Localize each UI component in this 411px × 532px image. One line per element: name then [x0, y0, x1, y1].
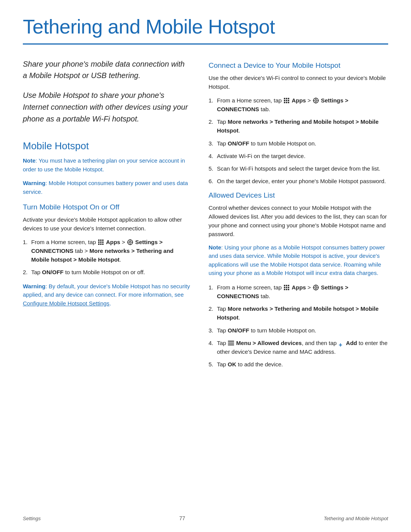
- allowed-step-1-text: From a Home screen, tap App: [217, 284, 348, 299]
- apps-icon-2: [284, 97, 290, 104]
- connect-steps-list: 1. From a Home screen, tap: [209, 96, 388, 186]
- svg-rect-41: [315, 284, 316, 286]
- svg-rect-21: [284, 102, 285, 103]
- connect-step-2-text: Tap More networks > Tethering and Mobile…: [217, 118, 379, 134]
- connect-step-1: 1. From a Home screen, tap: [209, 96, 388, 114]
- settings-connections-label-3: Settings > CONNECTIONS: [217, 284, 348, 299]
- svg-rect-3: [98, 241, 100, 243]
- allowed-step-1: 1. From a Home screen, tap: [209, 283, 388, 301]
- apps-label-3: Apps: [292, 284, 306, 291]
- onoff-label-2: ON/OFF: [228, 140, 249, 147]
- connect-step-num-4: 4.: [209, 152, 213, 160]
- menu-icon: [228, 340, 234, 346]
- allowed-step-2-text: Tap More networks > Tethering and Mobile…: [217, 305, 379, 321]
- apps-icon-3: [284, 284, 290, 291]
- footer: Settings 77 Tethering and Mobile Hotspot: [23, 515, 388, 521]
- more-networks-label-3: More networks > Tethering and Mobile hot…: [217, 305, 379, 321]
- connect-device-heading: Connect a Device to Your Mobile Hotspot: [209, 61, 388, 70]
- connect-step-3: 3. Tap ON/OFF to turn Mobile Hotspot on.: [209, 139, 388, 148]
- connect-step-num-5: 5.: [209, 164, 213, 173]
- left-column: Share your phone's mobile data connectio…: [23, 58, 190, 374]
- note1: Note: You must have a tethering plan on …: [23, 157, 190, 174]
- right-column: Connect a Device to Your Mobile Hotspot …: [209, 58, 388, 374]
- svg-point-25: [315, 99, 317, 101]
- connect-step-4-text: Activate Wi-Fi on the target device.: [217, 153, 306, 159]
- apps-label-2: Apps: [292, 97, 306, 104]
- connect-step-6: 6. On the target device, enter your phon…: [209, 177, 388, 185]
- note2: Note: Using your phone as a Mobile Hotsp…: [209, 243, 388, 278]
- more-networks-label-2: More networks > Tethering and Mobile hot…: [217, 118, 379, 134]
- step-num-2: 2.: [23, 268, 28, 276]
- footer-left: Settings: [23, 516, 41, 521]
- svg-rect-5: [102, 241, 104, 243]
- svg-point-40: [315, 286, 317, 288]
- warning1-label: Warning: [23, 180, 45, 186]
- allowed-step-num-4: 4.: [209, 339, 213, 347]
- connect-step-2: 2. Tap More networks > Tethering and Mob…: [209, 117, 388, 135]
- svg-rect-6: [98, 243, 100, 245]
- add-label: Add: [346, 340, 357, 346]
- allowed-step-num-3: 3.: [209, 326, 213, 335]
- turn-hotspot-heading: Turn Mobile Hotspot On or Off: [23, 203, 190, 211]
- allowed-step-num-5: 5.: [209, 360, 213, 369]
- svg-rect-33: [284, 287, 285, 288]
- svg-rect-16: [286, 98, 287, 99]
- note1-label: Note: [23, 157, 35, 164]
- page-title: Tethering and Mobile Hotspot: [23, 15, 388, 45]
- svg-rect-36: [284, 289, 285, 290]
- turn-step-2-text: Tap ON/OFF to turn Mobile Hotspot on or …: [31, 269, 145, 275]
- svg-rect-19: [286, 100, 287, 101]
- allowed-step-5: 5. Tap OK to add the device.: [209, 360, 388, 369]
- svg-rect-17: [288, 98, 290, 99]
- connect-step-5: 5. Scan for Wi-Fi hotspots and select th…: [209, 164, 388, 173]
- connect-step-1-text: From a Home screen, tap App: [217, 97, 348, 112]
- onoff-label-3: ON/OFF: [228, 327, 249, 334]
- allowed-devices-heading: Allowed Devices List: [209, 191, 388, 200]
- svg-rect-42: [315, 289, 316, 290]
- turn-hotspot-body: Activate your device's Mobile Hotspot ap…: [23, 215, 190, 233]
- settings-icon: [127, 239, 133, 245]
- mobile-hotspot-heading: Mobile Hotspot: [23, 140, 190, 152]
- svg-rect-47: [228, 344, 234, 345]
- intro-text-2: Use Mobile Hotspot to share your phone's…: [23, 89, 190, 125]
- svg-rect-8: [102, 243, 104, 245]
- svg-rect-34: [286, 287, 287, 288]
- note2-label: Note: [209, 244, 221, 251]
- configure-link[interactable]: Configure Mobile Hotspot Settings: [23, 300, 110, 307]
- svg-rect-11: [130, 239, 131, 240]
- svg-rect-15: [284, 98, 285, 99]
- connect-step-6-text: On the target device, enter your phone's…: [217, 178, 386, 184]
- svg-rect-18: [284, 100, 285, 101]
- svg-rect-13: [127, 242, 129, 243]
- settings-icon-3: [313, 284, 319, 291]
- connect-step-4: 4. Activate Wi-Fi on the target device.: [209, 152, 388, 160]
- connect-step-3-text: Tap ON/OFF to turn Mobile Hotspot on.: [217, 140, 316, 147]
- connect-step-num-1: 1.: [209, 96, 213, 105]
- svg-rect-29: [318, 100, 319, 101]
- svg-rect-43: [313, 287, 314, 288]
- note1-text: : You must have a tethering plan on your…: [23, 157, 185, 173]
- svg-rect-26: [315, 97, 316, 99]
- svg-rect-46: [228, 342, 234, 343]
- warning2-label: Warning: [23, 283, 45, 289]
- allowed-step-4: 4. Tap Menu > Allowed devices, and then …: [209, 339, 388, 356]
- warning2: Warning: By default, your device's Mobil…: [23, 282, 190, 308]
- svg-point-10: [129, 241, 131, 243]
- connect-body: Use the other device's Wi-Fi control to …: [209, 73, 388, 91]
- warning2-end: .: [110, 300, 111, 307]
- add-icon: +: [339, 340, 344, 346]
- step-num-1: 1.: [23, 238, 28, 246]
- allowed-step-3-text: Tap ON/OFF to turn Mobile Hotspot on.: [217, 327, 316, 334]
- intro-text-1: Share your phone's mobile data connectio…: [23, 58, 190, 81]
- settings-icon-2: [313, 97, 319, 104]
- page: Tethering and Mobile Hotspot Share your …: [0, 0, 411, 532]
- svg-rect-4: [100, 241, 102, 243]
- allowed-step-num-1: 1.: [209, 283, 213, 292]
- turn-steps-list: 1. From a Home screen, tap: [23, 238, 190, 277]
- warning2-text: : By default, your device's Mobile Hotsp…: [23, 283, 190, 298]
- turn-step-1: 1. From a Home screen, tap: [23, 238, 190, 264]
- turn-step-2: 2. Tap ON/OFF to turn Mobile Hotspot on …: [23, 268, 190, 276]
- svg-rect-14: [132, 242, 133, 243]
- main-content: Share your phone's mobile data connectio…: [23, 58, 388, 374]
- allowed-step-3: 3. Tap ON/OFF to turn Mobile Hotspot on.: [209, 326, 388, 335]
